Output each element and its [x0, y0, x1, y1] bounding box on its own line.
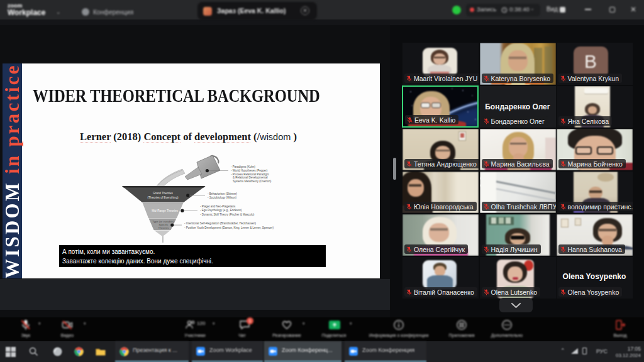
svg-text:- Process Relational Paradigm: - Process Relational Paradigm	[231, 173, 269, 176]
svg-text:& Relational Developmental: & Relational Developmental	[233, 176, 268, 179]
svg-text:- Ego Psychology (e.g., Ericks: - Ego Psychology (e.g., Erickson)	[200, 209, 242, 212]
svg-text:- Intentional Self-Regulation: - Intentional Self-Regulation (Brandtstä…	[184, 222, 257, 225]
svg-text:- Dynamic Skill Theory (Fische: - Dynamic Skill Theory (Fischer & Mascol…	[200, 213, 255, 216]
svg-text:Theories: Theories	[158, 226, 169, 229]
svg-text:Mid-Range Theories: Mid-Range Theories	[152, 209, 178, 212]
svg-text:(Theories of Everything): (Theories of Everything)	[147, 196, 178, 199]
svg-text:Grand Theories: Grand Theories	[153, 192, 174, 195]
svg-text:Systems Metatheory (Overton): Systems Metatheory (Overton)	[233, 180, 272, 183]
svg-text:- Behaviorism (Skinner): - Behaviorism (Skinner)	[208, 192, 238, 195]
svg-text:- Paradigms (Kuhn): - Paradigms (Kuhn)	[231, 165, 256, 168]
svg-text:- Sociobiology (Wilson): - Sociobiology (Wilson)	[208, 196, 237, 199]
svg-text:- Positive Youth Development (: - Positive Youth Development (Damon, Kin…	[184, 226, 274, 229]
svg-text:- World Hypotheses (Pepper): - World Hypotheses (Pepper)	[231, 169, 268, 172]
svg-text:- Piaget and Neo-Piagetians: - Piaget and Neo-Piagetians	[200, 205, 236, 208]
